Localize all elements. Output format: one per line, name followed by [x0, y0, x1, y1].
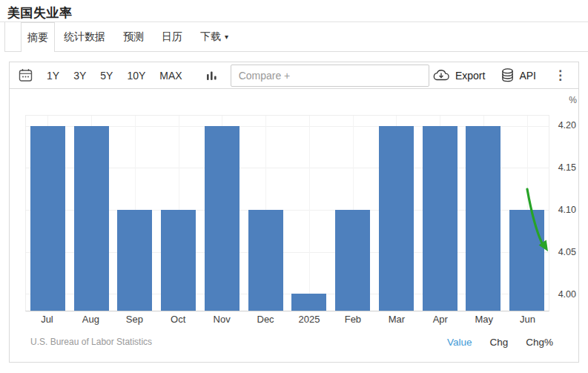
chart-footer: U.S. Bureau of Labor Statistics Value Ch… — [10, 334, 578, 350]
tab-label: 下载 — [200, 30, 221, 44]
tab-statistics[interactable]: 统计数据 — [55, 22, 114, 51]
bar-feb[interactable] — [335, 210, 370, 311]
bar-nov[interactable] — [205, 126, 240, 311]
y-tick-label: 4.00 — [558, 289, 576, 300]
caret-down-icon: ▾ — [225, 33, 228, 41]
range-3y-button[interactable]: 3Y — [70, 67, 89, 84]
x-tick-label: Aug — [69, 314, 113, 325]
page-header: 美国失业率 — [0, 0, 588, 22]
gridline — [309, 116, 310, 311]
x-axis-labels: JulAugSepOctNovDec2025FebMarAprMayJun — [25, 314, 549, 325]
range-selector: 1Y 3Y 5Y 10Y MAX — [44, 67, 185, 84]
cloud-download-icon — [432, 69, 450, 82]
bar-apr[interactable] — [423, 126, 457, 311]
bar-series — [26, 116, 549, 311]
tab-label: 摘要 — [27, 31, 48, 44]
y-tick-label: 4.10 — [558, 205, 576, 215]
bar-slot — [70, 116, 113, 311]
x-tick-label: Nov — [200, 314, 244, 325]
bar-aug[interactable] — [74, 126, 109, 311]
bar-jul[interactable] — [30, 126, 65, 311]
api-label: API — [519, 70, 536, 82]
bar-2025[interactable] — [291, 294, 326, 311]
x-tick-label: Oct — [156, 314, 200, 325]
tab-label: 日历 — [162, 30, 182, 44]
bar-slot — [26, 116, 70, 311]
bar-jun[interactable] — [509, 210, 544, 311]
x-tick-label: May — [462, 314, 506, 325]
tab-download[interactable]: 下载 ▾ — [191, 22, 237, 51]
chart-card: 1Y 3Y 5Y 10Y MAX Export — [9, 62, 579, 363]
bar-chart-icon — [206, 70, 218, 81]
bar-slot — [374, 116, 418, 311]
mode-chgpct-link[interactable]: Chg% — [526, 337, 553, 348]
x-tick-label: Dec — [244, 314, 288, 325]
database-icon — [501, 68, 514, 82]
bar-oct[interactable] — [161, 210, 196, 311]
bar-slot — [244, 116, 288, 311]
x-tick-label: Feb — [331, 314, 374, 325]
toolbar-right-group: Export API ⋮ — [432, 67, 568, 83]
range-1y-button[interactable]: 1Y — [44, 67, 62, 84]
x-tick-label: 2025 — [288, 314, 331, 325]
bar-slot — [113, 116, 157, 311]
api-button[interactable]: API — [501, 68, 536, 82]
export-button[interactable]: Export — [432, 69, 485, 82]
page-title: 美国失业率 — [7, 4, 588, 22]
range-10y-button[interactable]: 10Y — [124, 67, 148, 84]
y-tick-label: 4.20 — [558, 120, 576, 131]
y-tick-label: 4.15 — [558, 162, 576, 173]
mode-value-link[interactable]: Value — [447, 337, 472, 348]
compare-input[interactable] — [231, 65, 429, 87]
mode-chg-link[interactable]: Chg — [489, 337, 508, 348]
range-5y-button[interactable]: 5Y — [97, 67, 116, 84]
display-mode-switcher: Value Chg Chg% — [447, 337, 553, 348]
chart-toolbar: 1Y 3Y 5Y 10Y MAX Export — [10, 62, 578, 89]
x-tick-label: Apr — [418, 314, 462, 325]
bar-slot — [288, 116, 331, 311]
plot-area — [25, 115, 549, 311]
bar-slot — [156, 116, 200, 311]
more-options-button[interactable]: ⋮ — [552, 67, 568, 83]
x-tick-label: Mar — [374, 314, 418, 325]
x-tick-label: Sep — [113, 314, 156, 325]
bar-slot — [200, 116, 244, 311]
source-attribution: U.S. Bureau of Labor Statistics — [30, 337, 152, 347]
y-axis: 4.004.054.104.154.20 — [549, 115, 578, 311]
range-max-button[interactable]: MAX — [156, 67, 185, 84]
bar-mar[interactable] — [379, 126, 414, 311]
date-range-calendar-button[interactable] — [17, 67, 34, 84]
bar-slot — [462, 116, 506, 311]
x-tick-label: Jun — [506, 314, 549, 325]
bar-dec[interactable] — [248, 210, 283, 311]
bar-slot — [505, 116, 549, 311]
export-label: Export — [455, 70, 485, 82]
tab-calendar[interactable]: 日历 — [153, 22, 191, 51]
chart-type-button[interactable] — [205, 68, 219, 82]
vertical-ellipsis-icon: ⋮ — [554, 69, 566, 82]
tab-forecast[interactable]: 预测 — [114, 22, 153, 51]
y-tick-label: 4.05 — [558, 247, 576, 257]
tab-summary[interactable]: 摘要 — [21, 22, 55, 52]
tab-label: 统计数据 — [64, 30, 105, 44]
tab-label: 预测 — [123, 30, 144, 44]
bar-slot — [418, 116, 462, 311]
bar-sep[interactable] — [117, 210, 152, 311]
bar-may[interactable] — [466, 126, 501, 311]
bar-slot — [331, 116, 374, 311]
x-tick-label: Jul — [25, 314, 69, 325]
calendar-icon — [19, 68, 33, 82]
y-axis-unit: % — [549, 95, 577, 105]
tab-bar: 摘要 统计数据 预测 日历 下载 ▾ — [4, 22, 588, 52]
